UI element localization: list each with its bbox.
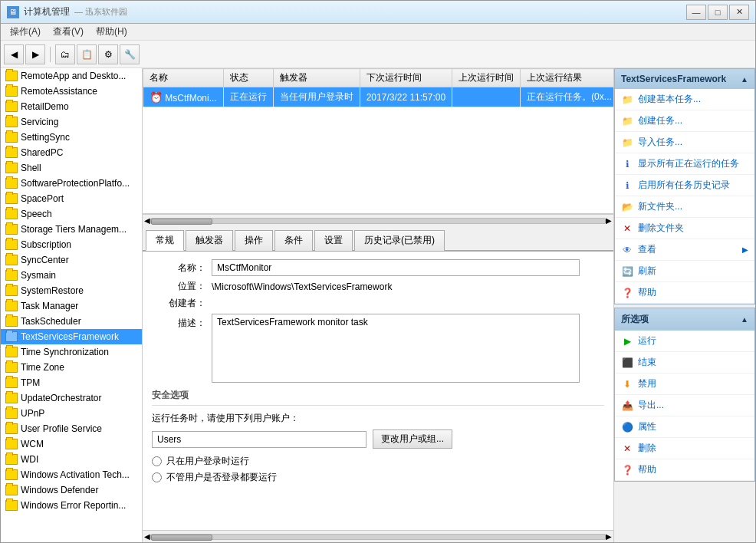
toolbar-btn-1[interactable]: ◀ bbox=[4, 44, 24, 64]
toolbar-btn-6[interactable]: 🔧 bbox=[120, 44, 140, 64]
sidebar-item-winactivation[interactable]: Windows Activation Tech... bbox=[1, 467, 142, 482]
action-label: 显示所有正在运行的任务 bbox=[638, 157, 739, 170]
details-hscroll-left[interactable]: ◀ bbox=[144, 532, 150, 541]
action-refresh[interactable]: 🔄 刷新 bbox=[615, 261, 754, 282]
folder-icon bbox=[5, 439, 18, 449]
toolbar-btn-3[interactable]: 🗂 bbox=[55, 44, 75, 64]
task-list-hscrollbar[interactable]: ◀ ▶ bbox=[143, 214, 613, 226]
folder-icon bbox=[5, 469, 18, 480]
sidebar-item-systemrestore[interactable]: SystemRestore bbox=[1, 283, 142, 298]
close-button[interactable]: ✕ bbox=[729, 5, 749, 20]
action-view[interactable]: 👁 查看 ▶ bbox=[615, 239, 754, 261]
maximize-button[interactable]: □ bbox=[708, 5, 728, 20]
window-title: 计算机管理 bbox=[24, 5, 70, 18]
tab-conditions[interactable]: 条件 bbox=[274, 230, 313, 251]
sidebar-item-sysmain[interactable]: Sysmain bbox=[1, 268, 142, 283]
sidebar-item-remoteapp[interactable]: RemoteApp and Deskto... bbox=[1, 68, 142, 84]
col-last-run[interactable]: 上次运行时间 bbox=[452, 69, 521, 87]
run-as-input[interactable] bbox=[152, 431, 366, 448]
menu-help[interactable]: 帮助(H) bbox=[90, 24, 133, 40]
sidebar-item-wcm[interactable]: WCM bbox=[1, 436, 142, 452]
sidebar-item-upnp[interactable]: UPnP bbox=[1, 406, 142, 421]
table-row[interactable]: ⏰ MsCtfMoni... 正在运行 当任何用户登录时 2017/3/22 1… bbox=[143, 87, 614, 107]
action-delete[interactable]: ✕ 删除 bbox=[615, 438, 754, 459]
menu-action[interactable]: 操作(A) bbox=[4, 24, 47, 40]
sidebar-label: SystemRestore bbox=[21, 285, 84, 296]
sidebar-item-timesync[interactable]: Time Synchronization bbox=[1, 344, 142, 360]
hscroll-track[interactable] bbox=[150, 218, 606, 224]
tab-history[interactable]: 历史记录(已禁用) bbox=[354, 230, 445, 251]
tab-general[interactable]: 常规 bbox=[146, 230, 184, 251]
action-delete-folder[interactable]: ✕ 删除文件夹 bbox=[615, 218, 754, 239]
sidebar-item-windefender[interactable]: Windows Defender bbox=[1, 482, 142, 498]
sidebar-item-retaildemo[interactable]: RetailDemo bbox=[1, 99, 142, 114]
tab-triggers[interactable]: 触发器 bbox=[186, 230, 233, 251]
action-show-running[interactable]: ℹ 显示所有正在运行的任务 bbox=[615, 153, 754, 175]
hscroll-right-btn[interactable]: ▶ bbox=[606, 216, 612, 225]
hscroll-left-btn[interactable]: ◀ bbox=[144, 216, 150, 225]
toolbar-btn-2[interactable]: ▶ bbox=[25, 44, 45, 64]
details-hscroll-track[interactable] bbox=[150, 534, 606, 540]
radio-logged-in[interactable] bbox=[152, 456, 162, 466]
hscroll-thumb[interactable] bbox=[151, 219, 212, 225]
sidebar-item-wdi[interactable]: WDI bbox=[1, 452, 142, 467]
toolbar: ◀ ▶ 🗂 📋 ⚙ 🔧 bbox=[1, 41, 755, 68]
sub-actions-header[interactable]: 所选项 ▲ bbox=[615, 308, 754, 331]
sidebar-item-timezone[interactable]: Time Zone bbox=[1, 360, 142, 375]
sidebar-item-storagetiers[interactable]: Storage Tiers Managem... bbox=[1, 222, 142, 237]
sidebar-item-spaceport[interactable]: SpacePort bbox=[1, 191, 142, 206]
radio-always[interactable] bbox=[152, 472, 162, 482]
toolbar-btn-5[interactable]: ⚙ bbox=[98, 44, 118, 64]
minimize-button[interactable]: — bbox=[686, 5, 706, 20]
action-stop[interactable]: ⬛ 结束 bbox=[615, 352, 754, 374]
sidebar-item-textservices[interactable]: TextServicesFramework bbox=[1, 329, 142, 344]
menu-view[interactable]: 查看(V) bbox=[47, 24, 90, 40]
action-export[interactable]: 📤 导出... bbox=[615, 395, 754, 416]
main-actions-header[interactable]: TextServicesFramework ▲ bbox=[615, 69, 754, 89]
col-next-run[interactable]: 下次运行时间 bbox=[360, 69, 452, 87]
name-input[interactable] bbox=[212, 259, 580, 276]
action-enable-history[interactable]: ℹ 启用所有任务历史记录 bbox=[615, 175, 754, 196]
action-disable[interactable]: ⬇ 禁用 bbox=[615, 374, 754, 395]
details-hscroll-thumb[interactable] bbox=[151, 535, 212, 541]
sidebar-item-updateorchestrator[interactable]: UpdateOrchestrator bbox=[1, 390, 142, 406]
col-status[interactable]: 状态 bbox=[223, 69, 273, 87]
action-import-task[interactable]: 📁 导入任务... bbox=[615, 132, 754, 153]
folder-icon bbox=[5, 331, 18, 342]
sidebar-label: WDI bbox=[21, 454, 38, 465]
action-help2[interactable]: ❓ 帮助 bbox=[615, 459, 754, 481]
sidebar-item-settingsync[interactable]: SettingSync bbox=[1, 130, 142, 145]
sidebar-item-synccenter[interactable]: SyncCenter bbox=[1, 252, 142, 268]
toolbar-btn-4[interactable]: 📋 bbox=[77, 44, 97, 64]
sidebar-item-softwareprotection[interactable]: SoftwareProtectionPlatfo... bbox=[1, 176, 142, 191]
folder-icon bbox=[5, 132, 18, 143]
sidebar-item-tpm[interactable]: TPM bbox=[1, 375, 142, 390]
action-help[interactable]: ❓ 帮助 bbox=[615, 282, 754, 304]
sidebar-item-taskscheduler[interactable]: TaskScheduler bbox=[1, 314, 142, 329]
sidebar-item-remoteassistance[interactable]: RemoteAssistance bbox=[1, 84, 142, 99]
sidebar-item-winerrorreporting[interactable]: Windows Error Reportin... bbox=[1, 498, 142, 513]
col-name[interactable]: 名称 bbox=[143, 69, 224, 87]
action-run[interactable]: ▶ 运行 bbox=[615, 331, 754, 352]
change-user-button[interactable]: 更改用户或组... bbox=[373, 429, 452, 449]
action-properties[interactable]: 🔵 属性 bbox=[615, 416, 754, 438]
sidebar-item-userprofile[interactable]: User Profile Service bbox=[1, 421, 142, 436]
sidebar-scroll[interactable]: RemoteApp and Deskto... RemoteAssistance… bbox=[1, 68, 142, 542]
sidebar-item-shell[interactable]: Shell bbox=[1, 160, 142, 176]
sidebar-item-sharedpc[interactable]: SharedPC bbox=[1, 145, 142, 160]
action-new-folder[interactable]: 📂 新文件夹... bbox=[615, 196, 754, 218]
details-hscrollbar[interactable]: ◀ ▶ bbox=[143, 530, 613, 542]
col-trigger[interactable]: 触发器 bbox=[273, 69, 360, 87]
main-actions-list: 📁 创建基本任务... 📁 创建任务... 📁 导入任务... ℹ 显示所有正在… bbox=[615, 89, 754, 304]
tab-actions[interactable]: 操作 bbox=[235, 230, 273, 251]
tab-settings[interactable]: 设置 bbox=[314, 230, 353, 251]
action-create-basic[interactable]: 📁 创建基本任务... bbox=[615, 89, 754, 110]
action-create-task[interactable]: 📁 创建任务... bbox=[615, 110, 754, 132]
col-last-result[interactable]: 上次运行结果 bbox=[521, 69, 613, 87]
sidebar-item-speech[interactable]: Speech bbox=[1, 206, 142, 222]
sidebar-item-taskmanager[interactable]: Task Manager bbox=[1, 298, 142, 314]
sidebar-item-servicing[interactable]: Servicing bbox=[1, 114, 142, 130]
sidebar-item-subscription[interactable]: Subscription bbox=[1, 237, 142, 252]
description-textarea[interactable] bbox=[212, 314, 580, 383]
details-hscroll-right[interactable]: ▶ bbox=[606, 532, 612, 541]
